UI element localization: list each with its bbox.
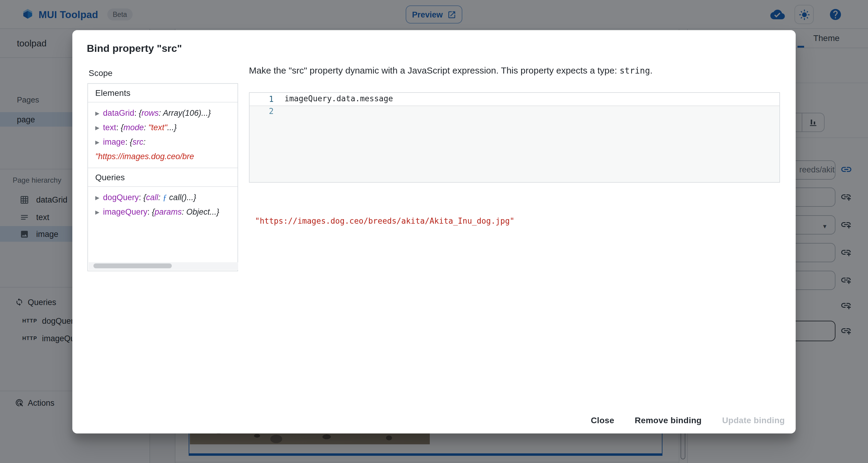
scope-tree-row[interactable]: ▶dogQuery: {call: ƒ call()...} (95, 190, 230, 205)
queries-tree: ▶dogQuery: {call: ƒ call()...}▶imageQuer… (88, 187, 238, 223)
expander-icon[interactable]: ▶ (95, 110, 99, 116)
expected-type: string (620, 66, 650, 75)
dialog-title: Bind property "src" (87, 43, 182, 55)
js-expression-editor[interactable]: 1 2 imageQuery.data.message (249, 92, 780, 183)
dialog-footer: Close Remove binding Update binding (72, 411, 785, 429)
elements-header: Elements (88, 84, 238, 102)
binding-result-preview: "https://images.dog.ceo/breeds/akita/Aki… (255, 216, 515, 225)
expander-icon[interactable]: ▶ (95, 209, 99, 215)
expander-icon[interactable]: ▶ (95, 139, 99, 145)
scope-tree-row[interactable]: ▶text: {mode: "text"...} (95, 121, 230, 135)
line-number: 2 (250, 107, 274, 116)
scope-tree-row[interactable]: ▶image: {src: "https://images.dog.ceo/br… (95, 135, 230, 164)
queries-header: Queries (88, 168, 238, 187)
editor-code[interactable]: imageQuery.data.message (284, 94, 393, 103)
bind-property-dialog: Bind property "src" Scope Elements ▶data… (72, 30, 796, 433)
line-number: 1 (250, 95, 274, 104)
scope-scrollbar-thumb[interactable] (93, 264, 172, 268)
scope-tree-row[interactable]: ▶dataGrid: {rows: Array(106)...} (95, 106, 230, 121)
scope-scrollbar-track[interactable] (89, 262, 238, 270)
scope-panel: Elements ▶dataGrid: {rows: Array(106)...… (87, 83, 238, 271)
elements-tree: ▶dataGrid: {rows: Array(106)...}▶text: {… (88, 102, 238, 167)
dialog-description: Make the "src" property dynamic with a J… (249, 65, 652, 75)
scope-label: Scope (89, 68, 113, 78)
expander-icon[interactable]: ▶ (95, 195, 99, 201)
update-binding-button[interactable]: Update binding (722, 415, 785, 425)
remove-binding-button[interactable]: Remove binding (635, 415, 702, 425)
scope-tree-row[interactable]: ▶imageQuery: {params: Object...} (95, 205, 230, 219)
expander-icon[interactable]: ▶ (95, 125, 99, 131)
close-button[interactable]: Close (591, 415, 614, 425)
